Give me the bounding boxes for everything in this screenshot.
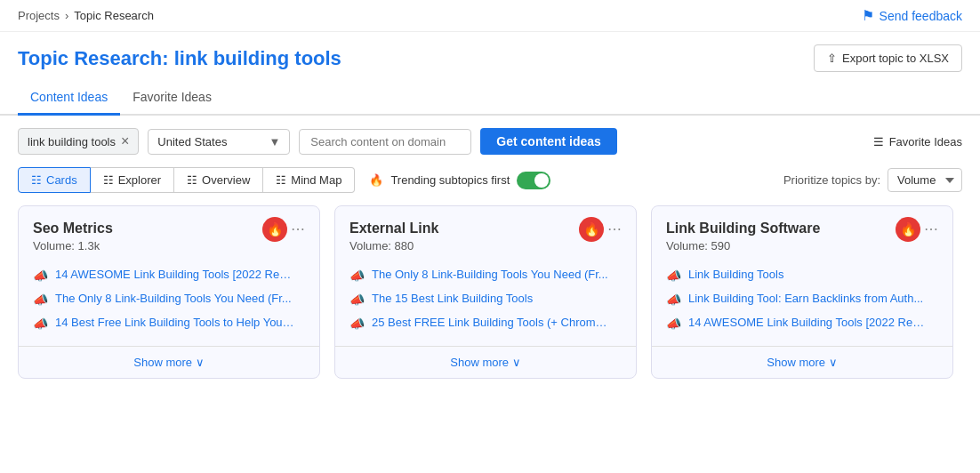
card-item: 📣 The Only 8 Link-Building Tools You Nee… [349, 263, 622, 287]
card-item-text[interactable]: 25 Best FREE Link Building Tools (+ Chro… [372, 316, 612, 329]
country-select[interactable]: United States ▼ [148, 129, 290, 155]
trending-badge-2: 🔥 [896, 217, 920, 242]
megaphone-icon: 📣 [666, 293, 681, 307]
card-item: 📣 14 AWESOME Link Building Tools [2022 R… [666, 311, 938, 335]
table-icon: ☷ [103, 173, 114, 187]
page-title: Topic Research: link building tools [18, 47, 341, 70]
card-title: External Link [349, 220, 438, 236]
trending-toggle-switch[interactable] [517, 172, 550, 189]
card-volume: Volume: 880 [349, 239, 438, 253]
card-item-text[interactable]: 14 AWESOME Link Building Tools [2022 Rev… [688, 316, 928, 329]
card-external-link: 🔥 External Link Volume: 880 🔍 ⋯ 📣 The On… [334, 205, 637, 379]
card-more-button[interactable]: ⋯ [291, 220, 305, 237]
view-explorer-button[interactable]: ☷ Explorer [91, 167, 174, 193]
title-prefix: Topic Research: [18, 47, 174, 69]
show-more-button[interactable]: Show more ∨ [19, 346, 319, 378]
prioritize-row: Prioritize topics by: Volume [783, 168, 962, 192]
card-item-text[interactable]: 14 Best Free Link Building Tools to Help… [55, 316, 295, 329]
chevron-down-icon: ▼ [269, 135, 280, 148]
controls-row: link building tools × United States ▼ Ge… [0, 116, 980, 167]
megaphone-icon: 📣 [349, 269, 365, 283]
card-item: 📣 Link Building Tools [666, 263, 938, 287]
projects-link[interactable]: Projects [18, 9, 60, 22]
card-item-text[interactable]: 14 AWESOME Link Building Tools [2022 Rev… [55, 268, 295, 281]
card-title: Link Building Software [666, 220, 820, 236]
card-item-text[interactable]: Link Building Tool: Earn Backlinks from … [688, 292, 923, 305]
favorite-ideas-link[interactable]: ☰ Favorite Ideas [873, 135, 962, 148]
page-header: Topic Research: link building tools ⇧ Ex… [0, 32, 980, 81]
prioritize-select[interactable]: Volume [888, 168, 962, 192]
megaphone-icon: 📣 [33, 293, 48, 307]
card-link-building-software: 🔥 Link Building Software Volume: 590 🔍 ⋯… [651, 205, 953, 379]
card-item: 📣 25 Best FREE Link Building Tools (+ Ch… [349, 311, 622, 335]
view-cards-button[interactable]: ☷ Cards [18, 167, 91, 193]
cards-view-icon: ☷ [31, 173, 42, 187]
breadcrumb: Projects › Topic Research [18, 9, 154, 22]
megaphone-icon: 📣 [666, 269, 681, 283]
domain-search-input[interactable] [299, 129, 471, 155]
tab-favorite-ideas[interactable]: Favorite Ideas [120, 81, 224, 116]
trending-badge-1: 🔥 [579, 217, 604, 242]
show-more-button[interactable]: Show more ∨ [335, 346, 636, 378]
breadcrumb-separator: › [65, 9, 68, 22]
card-item: 📣 14 Best Free Link Building Tools to He… [33, 311, 305, 335]
breadcrumb-current: Topic Research [74, 9, 154, 22]
fire-icon: 🔥 [369, 173, 383, 187]
trending-toggle: 🔥 Trending subtopics first [369, 172, 550, 189]
export-icon: ⇧ [827, 52, 837, 65]
megaphone-icon: 📣 [33, 269, 48, 283]
card-items: 📣 14 AWESOME Link Building Tools [2022 R… [19, 260, 319, 346]
view-mindmap-button[interactable]: ☷ Mind Map [263, 167, 355, 193]
view-controls-row: ☷ Cards ☷ Explorer ☷ Overview ☷ Mind Map… [0, 167, 980, 205]
card-item: 📣 Link Building Tool: Earn Backlinks fro… [666, 287, 938, 311]
megaphone-icon: 📣 [349, 317, 365, 331]
keyword-tag: link building tools × [18, 128, 139, 155]
export-button[interactable]: ⇧ Export topic to XLSX [814, 44, 962, 72]
view-overview-button[interactable]: ☷ Overview [174, 167, 263, 193]
top-bar: Projects › Topic Research ⚑ Send feedbac… [0, 0, 980, 32]
feedback-icon: ⚑ [862, 7, 874, 24]
tab-content-ideas[interactable]: Content Ideas [18, 81, 120, 116]
list-icon: ☰ [873, 135, 884, 148]
card-more-button[interactable]: ⋯ [924, 220, 938, 237]
card-items: 📣 Link Building Tools 📣 Link Building To… [652, 260, 952, 346]
mindmap-icon: ☷ [276, 173, 286, 187]
keyword-close-button[interactable]: × [121, 134, 129, 148]
card-title: Seo Metrics [33, 220, 113, 236]
show-more-button[interactable]: Show more ∨ [652, 346, 952, 378]
card-item-text[interactable]: Link Building Tools [688, 268, 783, 281]
card-item: 📣 The 15 Best Link Building Tools [349, 287, 622, 311]
megaphone-icon: 📣 [349, 293, 365, 307]
megaphone-icon: 📣 [33, 317, 48, 331]
cards-area: 🔥 Seo Metrics Volume: 1.3k 🔍 ⋯ 📣 14 AWES… [0, 205, 980, 397]
card-items: 📣 The Only 8 Link-Building Tools You Nee… [335, 260, 636, 346]
card-item-text[interactable]: The 15 Best Link Building Tools [372, 292, 533, 305]
card-volume: Volume: 1.3k [33, 239, 113, 253]
card-volume: Volume: 590 [666, 239, 820, 253]
card-more-button[interactable]: ⋯ [607, 220, 622, 237]
send-feedback-button[interactable]: ⚑ Send feedback [862, 7, 962, 24]
view-buttons: ☷ Cards ☷ Explorer ☷ Overview ☷ Mind Map [18, 167, 355, 193]
trending-badge-0: 🔥 [262, 217, 287, 242]
card-seo-metrics: 🔥 Seo Metrics Volume: 1.3k 🔍 ⋯ 📣 14 AWES… [18, 205, 320, 379]
card-item-text[interactable]: The Only 8 Link-Building Tools You Need … [372, 268, 608, 281]
card-item-text[interactable]: The Only 8 Link-Building Tools You Need … [55, 292, 292, 305]
get-content-ideas-button[interactable]: Get content ideas [480, 128, 616, 155]
card-item: 📣 14 AWESOME Link Building Tools [2022 R… [33, 263, 305, 287]
title-keyword: link building tools [174, 47, 341, 69]
tabs-row: Content Ideas Favorite Ideas [0, 81, 980, 116]
card-item: 📣 The Only 8 Link-Building Tools You Nee… [33, 287, 305, 311]
overview-icon: ☷ [187, 173, 197, 187]
megaphone-icon: 📣 [666, 317, 681, 331]
